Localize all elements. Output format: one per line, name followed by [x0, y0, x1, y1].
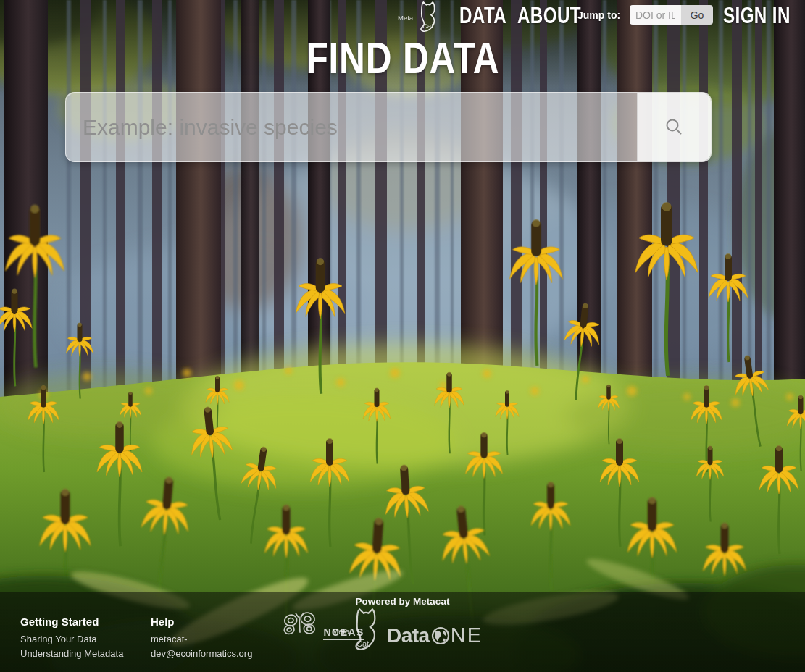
jump-to-label: Jump to: [577, 9, 620, 21]
search-button[interactable] [637, 93, 711, 161]
metacat-footer-logo[interactable]: Meta Cat [332, 608, 383, 656]
footer-help: Help metacat-dev@ecoinformatics.org [151, 616, 258, 661]
link-understanding-metadata[interactable]: Understanding Metadata [20, 647, 136, 661]
nceas-butterfly-icon [280, 611, 320, 636]
dataone-globe-icon [431, 626, 450, 645]
search-icon [664, 117, 684, 137]
nav-link-data[interactable]: DATA [459, 3, 520, 29]
jump-to-form: Go [630, 5, 713, 25]
dataone-ne-text: NE [451, 623, 483, 647]
page-title: FIND DATA [0, 32, 805, 83]
go-button[interactable]: Go [681, 5, 713, 25]
search-box [65, 92, 712, 162]
metacat-logo[interactable]: Meta Cat [396, 1, 451, 31]
link-help-email[interactable]: metacat-dev@ecoinformatics.org [151, 632, 258, 661]
help-heading: Help [151, 616, 258, 628]
page: Meta Cat DATA ABOUT Jump to: Go SIGN IN … [0, 0, 805, 672]
metacat-logo-meta-text: Meta [332, 627, 349, 636]
dataone-logo[interactable]: Data NE [387, 623, 483, 647]
getting-started-heading: Getting Started [20, 616, 136, 628]
metacat-logo-cat-text: Cat [422, 22, 433, 30]
metacat-logo-meta-text: Meta [398, 14, 413, 22]
top-nav: Meta Cat DATA ABOUT Jump to: Go SIGN IN [0, 0, 805, 33]
dataone-data-text: Data [387, 624, 430, 647]
powered-by-text: Powered by Metacat [0, 596, 805, 607]
doi-or-id-input[interactable] [630, 5, 681, 25]
search-input[interactable] [66, 93, 638, 161]
link-sharing-your-data[interactable]: Sharing Your Data [20, 632, 136, 647]
metacat-logo-cat-text: Cat [356, 639, 369, 648]
sign-in-link[interactable]: SIGN IN [723, 3, 805, 29]
footer-getting-started: Getting Started Sharing Your Data Unders… [20, 616, 136, 661]
footer: Powered by Metacat Getting Started Shari… [0, 592, 805, 672]
